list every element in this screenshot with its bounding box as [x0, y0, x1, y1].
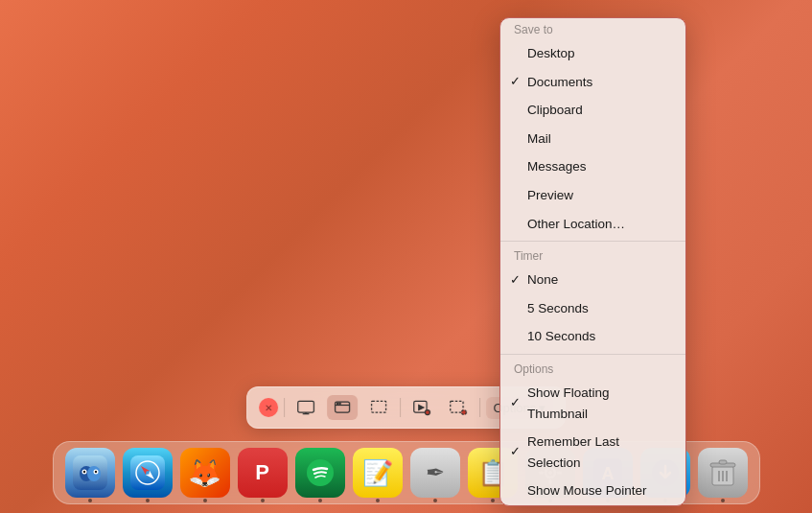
svg-point-19 [94, 471, 96, 473]
menu-item-clipboard[interactable]: Clipboard [500, 96, 685, 125]
record-screen-icon [412, 398, 431, 417]
capture-window-icon [333, 398, 352, 417]
menu-item-mail[interactable]: Mail [500, 125, 685, 153]
show-mouse-pointer-label: Show Mouse Pointer [527, 480, 647, 501]
svg-point-18 [82, 471, 84, 473]
record-screen-button[interactable] [406, 395, 437, 420]
dock-icon-trash[interactable] [698, 448, 748, 498]
pawartools-symbol: P [255, 460, 269, 485]
menu-item-show-floating-thumbnail[interactable]: ✓ Show Floating Thumbnail [500, 379, 685, 428]
clipboard-label: Clipboard [527, 100, 583, 121]
dock-icon-pawartools[interactable]: P [238, 448, 288, 498]
separator-3 [479, 398, 480, 417]
menu-item-messages[interactable]: Messages [500, 152, 685, 181]
svg-rect-11 [450, 401, 462, 412]
svg-point-12 [461, 410, 466, 415]
menu-item-none[interactable]: ✓ None [500, 266, 685, 294]
floating-thumbnail-checkmark: ✓ [510, 393, 521, 413]
trash-icon [709, 458, 736, 487]
menu-item-10-seconds[interactable]: 10 Seconds [500, 322, 685, 351]
documents-label: Documents [527, 72, 592, 93]
menu-item-documents[interactable]: ✓ Documents [500, 68, 685, 97]
safari-dock-icon [130, 455, 165, 490]
dock: 🦊 P 📝 ✒ 📋 [0, 436, 812, 513]
dock-icon-safari[interactable] [123, 448, 173, 498]
capture-screen-icon [296, 398, 315, 417]
svg-rect-0 [297, 401, 313, 412]
dropdown-menu: Save to Desktop ✓ Documents Clipboard Ma… [499, 17, 686, 506]
menu-item-show-mouse-pointer[interactable]: Show Mouse Pointer [500, 477, 685, 505]
svg-point-9 [425, 410, 429, 415]
timer-label: Timer [500, 245, 685, 266]
divider-1 [500, 241, 685, 242]
menu-item-other-location[interactable]: Other Location… [500, 210, 685, 239]
separator-1 [284, 398, 285, 417]
menu-item-preview[interactable]: Preview [500, 181, 685, 210]
show-floating-thumbnail-label: Show Floating Thumbnail [527, 383, 672, 424]
finder-icon [73, 455, 107, 490]
none-checkmark: ✓ [510, 270, 521, 291]
svg-point-15 [87, 466, 101, 481]
10-seconds-label: 10 Seconds [527, 326, 595, 347]
dock-icon-finder[interactable] [65, 448, 115, 498]
svg-point-6 [338, 403, 339, 404]
spotify-icon [306, 458, 335, 487]
save-to-label: Save to [500, 18, 685, 39]
svg-rect-7 [371, 401, 385, 412]
remember-last-selection-checkmark: ✓ [510, 442, 521, 462]
svg-rect-37 [719, 460, 727, 464]
desktop-label: Desktop [527, 43, 575, 64]
messages-label: Messages [527, 156, 587, 177]
record-selection-button[interactable] [443, 395, 474, 420]
none-label: None [527, 269, 558, 291]
separator-2 [400, 398, 401, 417]
preview-label: Preview [527, 185, 573, 206]
close-button[interactable]: ✕ [259, 398, 278, 417]
documents-checkmark: ✓ [510, 72, 521, 92]
dock-icon-notes[interactable]: 📝 [353, 448, 403, 498]
capture-screen-button[interactable] [290, 395, 321, 420]
capture-selection-icon [369, 398, 388, 417]
menu-item-remember-last-selection[interactable]: ✓ Remember Last Selection [500, 428, 685, 477]
menu-item-5-seconds[interactable]: 5 Seconds [500, 294, 685, 323]
svg-marker-10 [418, 406, 423, 410]
svg-point-5 [336, 403, 337, 404]
capture-selection-button[interactable] [363, 395, 394, 420]
firefox-emoji: 🦊 [188, 457, 221, 489]
dock-icon-quill[interactable]: ✒ [410, 448, 460, 498]
5-seconds-label: 5 Seconds [527, 298, 589, 319]
record-selection-icon [449, 398, 468, 417]
dock-icon-spotify[interactable] [295, 448, 345, 498]
capture-window-button[interactable] [327, 395, 358, 420]
dock-icon-firefox[interactable]: 🦊 [180, 448, 230, 498]
options-section-label: Options [500, 358, 685, 379]
notes-emoji: 📝 [362, 458, 393, 488]
menu-item-desktop[interactable]: Desktop [500, 39, 685, 68]
other-location-label: Other Location… [527, 214, 625, 235]
mail-label: Mail [527, 128, 551, 150]
quill-symbol: ✒ [426, 459, 445, 486]
divider-2 [500, 354, 685, 355]
remember-last-selection-label: Remember Last Selection [527, 431, 672, 473]
